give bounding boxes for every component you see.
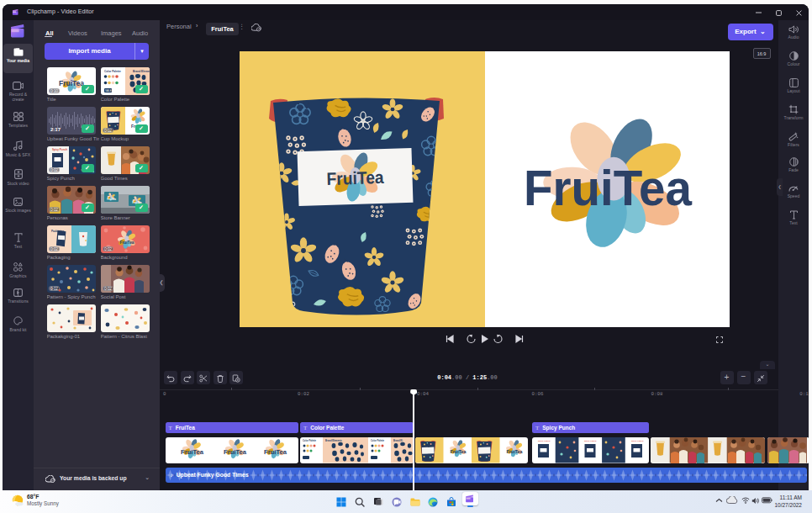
svg-text:FruiTea: FruiTea [506,449,523,454]
svg-text:FruiTea: FruiTea [326,167,384,188]
svg-text:FruiTea: FruiTea [524,160,693,216]
svg-text:SALE: SALE [105,89,112,93]
svg-text:Spicy Punch: Spicy Punch [538,440,551,442]
svg-text:FruiTea: FruiTea [224,448,247,456]
svg-text:FruiTea: FruiTea [119,240,134,245]
svg-text:Spicy Punch: Spicy Punch [52,148,67,151]
svg-text:Color Palette: Color Palette [104,70,121,73]
svg-text:Brand Elements: Brand Elements [325,439,342,442]
svg-text:FruiTea: FruiTea [450,449,467,454]
svg-text:Spicy Punch: Spicy Punch [584,440,597,442]
svg-text:FruiTea: FruiTea [107,198,116,201]
svg-text:FruiTea: FruiTea [181,448,204,456]
svg-text:Color Palette: Color Palette [371,439,385,442]
svg-text:Spicy Punch: Spicy Punch [631,440,644,442]
svg-text:FruiTea: FruiTea [59,79,85,87]
svg-text:2:17: 2:17 [50,127,61,132]
svg-text:Brand El.: Brand El. [393,439,403,442]
svg-text:Brand Elements: Brand Elements [133,70,150,73]
svg-text:FruiTea: FruiTea [264,448,287,456]
svg-text:Color Palette: Color Palette [303,439,317,442]
